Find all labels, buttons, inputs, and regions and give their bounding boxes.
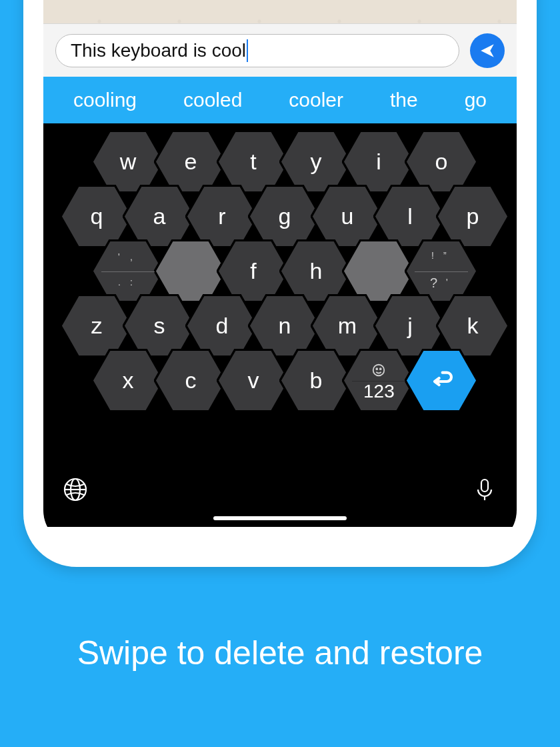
globe-icon xyxy=(62,476,89,503)
svg-rect-38 xyxy=(481,480,488,492)
suggestion-bar: cooling cooled cooler the go xyxy=(43,77,517,123)
text-caret xyxy=(247,39,248,62)
key-p[interactable]: p xyxy=(436,185,509,248)
phone-frame: This keyboard is cool cooling cooled coo… xyxy=(23,0,537,567)
key-punct-right[interactable]: !”?' xyxy=(405,239,478,303)
svg-marker-14 xyxy=(155,240,227,301)
send-icon xyxy=(479,42,496,59)
compose-bar: This keyboard is cool xyxy=(43,23,517,77)
svg-marker-17 xyxy=(343,240,415,301)
suggestion-item[interactable]: cooler xyxy=(289,89,343,111)
suggestion-item[interactable]: go xyxy=(465,89,487,111)
svg-point-31 xyxy=(373,365,385,376)
svg-point-33 xyxy=(380,368,381,369)
globe-button[interactable] xyxy=(62,476,89,506)
key-k[interactable]: k xyxy=(436,294,509,357)
suggestion-item[interactable]: the xyxy=(390,89,418,111)
home-indicator xyxy=(213,516,347,520)
keyboard: wetyioqargulp',.:fh!”?'zsdnmjkxcvb123 xyxy=(43,123,517,527)
marketing-headline: Swipe to delete and restore xyxy=(0,634,560,672)
mic-icon xyxy=(471,476,498,503)
message-input-text: This keyboard is cool xyxy=(71,40,246,61)
suggestion-item[interactable]: cooling xyxy=(73,89,137,111)
mic-button[interactable] xyxy=(471,476,498,506)
svg-point-32 xyxy=(376,368,377,369)
key-o[interactable]: o xyxy=(405,130,478,193)
key-return[interactable] xyxy=(405,349,478,412)
message-input[interactable]: This keyboard is cool xyxy=(55,34,459,67)
return-icon xyxy=(428,365,455,397)
send-button[interactable] xyxy=(470,33,505,68)
chat-background xyxy=(43,0,517,23)
suggestion-item[interactable]: cooled xyxy=(183,89,242,111)
